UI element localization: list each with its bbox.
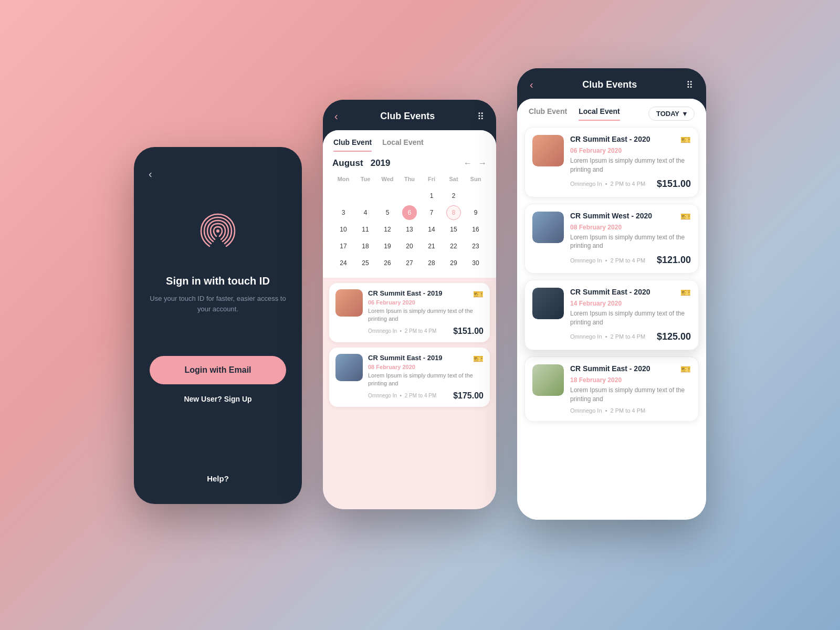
event-date-2: 08 February 2020	[368, 364, 484, 370]
cal-day[interactable]: 3	[336, 205, 351, 220]
new-user-signup[interactable]: New User? Sign Up	[184, 395, 251, 403]
events-list: CR Summit East - 2019 🎫 06 February 2020…	[323, 278, 496, 509]
cal-day[interactable]: 5	[380, 205, 395, 220]
event-card-2[interactable]: CR Summit East - 2019 🎫 08 February 2020…	[329, 348, 490, 407]
cal-day[interactable]: 13	[402, 222, 417, 237]
cal-day[interactable]: 25	[358, 256, 373, 270]
tab-club-event[interactable]: Club Event	[333, 138, 372, 152]
event-footer-1: Omnnego In • 2 PM to 4 PM $151.00	[368, 327, 484, 336]
events-tabs-row: Club Event Local Event TODAY ▾	[517, 99, 706, 121]
calendar-prev-icon[interactable]: ←	[464, 159, 472, 168]
events-title: Club Events	[582, 79, 637, 90]
cal-day-6[interactable]: 6	[402, 205, 417, 220]
calendar-next-icon[interactable]: →	[478, 159, 487, 168]
cal-day[interactable]: 26	[380, 256, 395, 270]
cal-day[interactable]: 20	[402, 239, 417, 254]
event-date-lg-3: 14 February 2020	[570, 300, 691, 307]
cal-day[interactable]: 10	[336, 222, 351, 237]
phone-calendar: ‹ Club Events ⠿ Club Event Local Event A…	[323, 100, 496, 509]
event-card-lg-1[interactable]: CR Summit East - 2020 🎫 06 February 2020…	[524, 127, 699, 197]
cal-day[interactable]: 15	[446, 222, 461, 237]
event-footer-lg-1: Omnnego In • 2 PM to 4 PM $151.00	[570, 178, 691, 190]
cal-day-8[interactable]: 8	[446, 205, 461, 220]
tab-local-event-p3[interactable]: Local Event	[579, 107, 620, 121]
events-tabs-left: Club Event Local Event	[529, 107, 620, 121]
cal-header-tue: Tue	[354, 174, 376, 184]
event-date-lg-4: 18 February 2020	[570, 376, 691, 384]
cal-day[interactable]: 7	[424, 205, 439, 220]
event-card-lg-4[interactable]: CR Summit East - 2020 🎫 18 February 2020…	[524, 356, 699, 422]
cal-day[interactable]: 9	[468, 205, 483, 220]
tab-local-event[interactable]: Local Event	[382, 138, 424, 152]
sign-in-subtitle: Use your touch ID for faster, easier acc…	[150, 293, 286, 314]
event-desc-lg-3: Lorem Ipsum is simply dummy text of the …	[570, 309, 691, 327]
ticket-icon-lg-2: 🎫	[680, 212, 691, 222]
back-arrow-icon[interactable]: ‹	[149, 168, 152, 180]
cal-day[interactable]	[468, 188, 483, 203]
sign-in-title: Sign in with touch ID	[166, 275, 270, 287]
calendar-dots-icon[interactable]: ⠿	[477, 111, 485, 122]
cal-header-fri: Fri	[421, 174, 443, 184]
cal-day[interactable]: 14	[424, 222, 439, 237]
svg-point-0	[216, 229, 219, 233]
event-meta-lg-2: Omnnego In • 2 PM to 4 PM	[570, 257, 645, 264]
cal-day[interactable]: 18	[358, 239, 373, 254]
cal-day[interactable]	[402, 188, 417, 203]
ticket-icon-2: 🎫	[473, 354, 484, 364]
login-email-button[interactable]: Login with Email	[150, 356, 286, 384]
cal-header-wed: Wed	[376, 174, 398, 184]
cal-day[interactable]: 29	[446, 256, 461, 270]
event-desc-2: Lorem Ipsum is simply dummy text of the …	[368, 372, 484, 388]
calendar-tabs: Club Event Local Event	[323, 130, 496, 152]
event-card-lg-3[interactable]: CR Summit East - 2020 🎫 14 February 2020…	[524, 280, 699, 350]
event-date-lg-2: 08 February 2020	[570, 224, 691, 231]
cal-day[interactable]: 27	[402, 256, 417, 270]
cal-day[interactable]: 28	[424, 256, 439, 270]
event-date-lg-1: 06 February 2020	[570, 147, 691, 154]
ticket-icon-lg-1: 🎫	[680, 135, 691, 145]
cal-day[interactable]: 16	[468, 222, 483, 237]
cal-day[interactable]: 19	[380, 239, 395, 254]
event-date-1: 06 February 2020	[368, 299, 484, 306]
cal-day[interactable]: 22	[446, 239, 461, 254]
event-meta-1: Omnnego In • 2 PM to 4 PM	[368, 328, 436, 334]
event-content-lg-3: CR Summit East - 2020 🎫 14 February 2020…	[570, 288, 691, 342]
event-footer-2: Omnnego In • 2 PM to 4 PM $175.00	[368, 391, 484, 401]
cal-day[interactable]: 30	[468, 256, 483, 270]
tab-club-event-p3[interactable]: Club Event	[529, 107, 567, 121]
event-img-lg-3	[532, 288, 564, 319]
event-price-lg-1: $151.00	[657, 178, 691, 190]
event-price-1: $151.00	[453, 327, 484, 336]
cal-day[interactable]: 24	[336, 256, 351, 270]
help-link[interactable]: Help?	[207, 474, 229, 483]
event-title-lg-3: CR Summit East - 2020	[570, 288, 650, 296]
cal-day[interactable]	[380, 188, 395, 203]
event-desc-1: Lorem Ipsum is simply dummy text of the …	[368, 307, 484, 323]
event-card-lg-2[interactable]: CR Summit West - 2020 🎫 08 February 2020…	[524, 204, 699, 274]
event-title-1: CR Summit East - 2019	[368, 289, 443, 297]
cal-header-thu: Thu	[398, 174, 421, 184]
cal-day[interactable]: 11	[358, 222, 373, 237]
cal-day[interactable]	[336, 188, 351, 203]
cal-day[interactable]: 12	[380, 222, 395, 237]
cal-day[interactable]: 4	[358, 205, 373, 220]
events-dots-icon[interactable]: ⠿	[686, 79, 694, 91]
cal-day[interactable]: 2	[446, 188, 461, 203]
calendar-back-icon[interactable]: ‹	[334, 110, 338, 122]
events-back-icon[interactable]: ‹	[530, 79, 533, 91]
cal-day[interactable]: 17	[336, 239, 351, 254]
event-card-1[interactable]: CR Summit East - 2019 🎫 06 February 2020…	[329, 283, 490, 342]
cal-day[interactable]	[358, 188, 373, 203]
event-content-lg-4: CR Summit East - 2020 🎫 18 February 2020…	[570, 364, 691, 414]
today-button[interactable]: TODAY ▾	[648, 107, 695, 121]
event-price-lg-3: $125.00	[657, 331, 691, 342]
cal-header-sat: Sat	[443, 174, 465, 184]
event-price-lg-2: $121.00	[657, 255, 691, 266]
cal-day[interactable]: 1	[424, 188, 439, 203]
cal-day[interactable]: 23	[468, 239, 483, 254]
event-title-2: CR Summit East - 2019	[368, 354, 443, 362]
event-meta-lg-3: Omnnego In • 2 PM to 4 PM	[570, 333, 645, 340]
cal-day[interactable]: 21	[424, 239, 439, 254]
calendar-header-row: Mon Tue Wed Thu Fri Sat Sun	[332, 174, 487, 184]
event-title-lg-2: CR Summit West - 2020	[570, 212, 652, 220]
